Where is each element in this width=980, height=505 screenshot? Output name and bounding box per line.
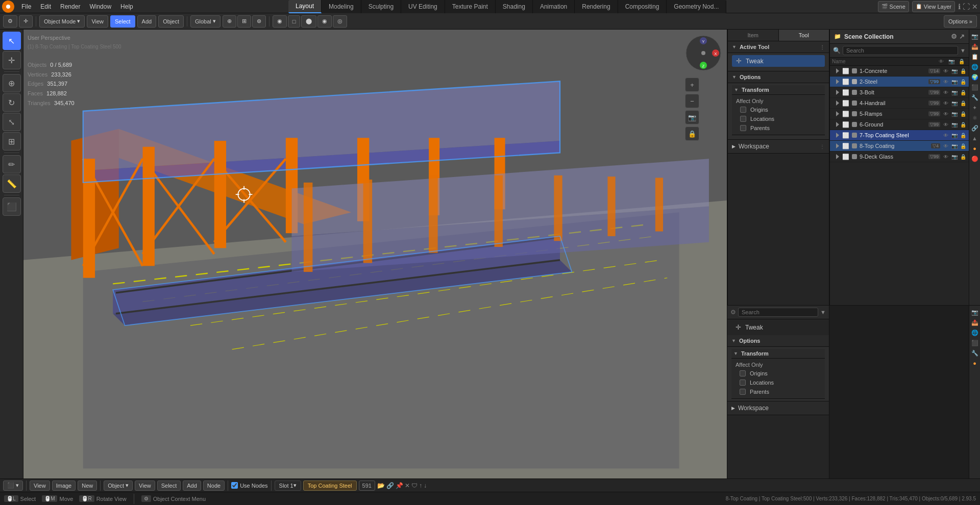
tab-shading[interactable]: Shading <box>496 0 533 13</box>
lower-mod-icon[interactable]: 🔧 <box>970 348 979 358</box>
origins-checkbox[interactable] <box>740 107 746 113</box>
view-btn[interactable]: View <box>87 15 108 28</box>
se-view-btn[interactable]: View <box>30 481 50 491</box>
item-3-vis[interactable]: 👁 <box>942 89 949 96</box>
item-6-vis[interactable]: 👁 <box>942 121 949 128</box>
se-select-btn[interactable]: Select <box>157 481 181 491</box>
lower-parents-checkbox[interactable] <box>740 389 746 395</box>
lower-tweak-row[interactable]: ✛ Tweak <box>731 321 825 333</box>
item-7-render[interactable]: 📷 <box>951 132 958 139</box>
global-transform[interactable]: Global ▾ <box>190 15 220 28</box>
pin-icon[interactable]: 📌 <box>396 482 403 489</box>
data-properties-icon[interactable]: ▲ <box>970 134 979 143</box>
menu-help[interactable]: Help <box>116 2 137 11</box>
view-layer-properties-icon[interactable]: 📋 <box>970 52 979 61</box>
scene-item-5-ramps[interactable]: ⬜ 5-Ramps ▽99 👁 📷 🔒 <box>830 109 969 119</box>
xray-btn[interactable]: □ <box>288 15 301 28</box>
tab-modeling[interactable]: Modeling <box>322 0 361 13</box>
locations-checkbox[interactable] <box>740 116 746 122</box>
maximize-icon[interactable]: ⛶ <box>963 3 970 11</box>
pivot-icon[interactable]: ⊕ <box>223 15 236 28</box>
slot-selector[interactable]: Slot 1 ▾ <box>275 481 301 491</box>
tab-compositing[interactable]: Compositing <box>618 0 667 13</box>
parents-checkbox[interactable] <box>740 125 746 131</box>
constraints-properties-icon[interactable]: 🔗 <box>970 123 979 133</box>
view-camera-btn[interactable]: 📷 <box>685 110 699 124</box>
item-8-lock[interactable]: 🔒 <box>960 142 967 149</box>
snap-icon[interactable]: ⊞ <box>237 15 251 28</box>
cursor-tool-btn[interactable]: ✛ <box>3 51 21 69</box>
viewport-3d[interactable]: User Perspective (1) 8-Top Coating | Top… <box>23 30 727 478</box>
shield-icon[interactable]: 🛡 <box>411 482 418 489</box>
viewport-overlay-btn[interactable]: ◉ <box>273 15 287 28</box>
se-add-btn[interactable]: Add <box>183 481 201 491</box>
lower-transform-header[interactable]: ▼ Transform <box>731 349 825 359</box>
item-8-vis[interactable]: 👁 <box>942 142 949 149</box>
transform-tool-btn[interactable]: ⊞ <box>3 132 21 150</box>
object-btn[interactable]: Object <box>158 15 184 28</box>
physics-properties-icon[interactable]: ⚛ <box>970 113 979 122</box>
scale-tool-btn[interactable]: ⤡ <box>3 113 21 131</box>
menu-window[interactable]: Window <box>85 2 115 11</box>
world-properties-icon[interactable]: 🌍 <box>970 72 979 82</box>
se-object-btn[interactable]: Object ▾ <box>104 481 133 491</box>
rotate-tool-btn[interactable]: ↻ <box>3 93 21 112</box>
item-4-vis[interactable]: 👁 <box>942 99 949 107</box>
particles-properties-icon[interactable]: ✦ <box>970 103 979 112</box>
link-icon[interactable]: 🔗 <box>386 482 394 489</box>
lower-filter-icon[interactable]: ▼ <box>820 309 826 315</box>
tool-tab[interactable]: Tool <box>779 30 829 41</box>
item-5-vis[interactable]: 👁 <box>942 110 949 117</box>
tab-texture-paint[interactable]: Texture Paint <box>445 0 496 13</box>
download-icon[interactable]: ↓ <box>424 482 427 489</box>
lower-output-icon[interactable]: 📤 <box>970 318 979 327</box>
tab-uv-editing[interactable]: UV Editing <box>401 0 445 13</box>
lower-locations-checkbox[interactable] <box>740 380 746 386</box>
filter-icon[interactable]: ▼ <box>960 47 966 54</box>
scene-filter-icon[interactable]: ⚙ <box>951 33 957 40</box>
menu-file[interactable]: File <box>17 2 35 11</box>
tab-animation[interactable]: Animation <box>533 0 575 13</box>
render-mode-solid[interactable]: ⬤ <box>301 15 316 28</box>
nav-gizmo[interactable]: X Y Z <box>685 35 722 71</box>
options-header[interactable]: ▼ Options <box>728 71 829 83</box>
toolbar-expand-btn[interactable]: ⚙ <box>3 15 17 28</box>
scene-item-9-deck-glass[interactable]: ⬜ 9-Deck Glass ▽99 👁 📷 🔒 <box>830 152 969 162</box>
scene-properties-icon[interactable]: 🌐 <box>970 62 979 71</box>
item-3-lock[interactable]: 🔒 <box>960 89 967 96</box>
scene-item-8-top-coating[interactable]: ⬜ 8-Top Coating ▽4 👁 📷 🔒 <box>830 141 969 152</box>
item-2-render[interactable]: 📷 <box>951 78 958 85</box>
options-btn[interactable]: Options » <box>944 15 977 28</box>
item-4-lock[interactable]: 🔒 <box>960 99 967 107</box>
se-image-btn[interactable]: Image <box>52 481 76 491</box>
object-properties-icon[interactable]: ⬛ <box>970 83 979 92</box>
browse-icon[interactable]: 📂 <box>377 482 385 489</box>
lower-search-input[interactable] <box>738 308 818 317</box>
item-9-vis[interactable]: 👁 <box>942 153 949 160</box>
workspace-section[interactable]: ▶ Workspace ⋮ <box>728 140 829 154</box>
use-nodes-checkbox[interactable] <box>231 482 238 489</box>
close-mat-icon[interactable]: ✕ <box>405 482 410 489</box>
annotate-tool-btn[interactable]: ✏ <box>3 155 21 173</box>
magnet-icon[interactable]: ⊛ <box>252 15 266 28</box>
transform-header[interactable]: ▼ Transform <box>732 85 825 95</box>
item-7-vis[interactable]: 👁 <box>942 132 949 139</box>
item-4-render[interactable]: 📷 <box>951 99 958 107</box>
render-properties-icon[interactable]: 📷 <box>970 32 979 41</box>
scene-item-4-handrail[interactable]: ⬜ 4-Handrail ▽99 👁 📷 🔒 <box>830 98 969 109</box>
material-properties-icon[interactable]: ● <box>970 144 979 153</box>
info-icon[interactable]: ℹ <box>958 3 961 11</box>
item-1-render[interactable]: 📷 <box>951 67 958 74</box>
tab-geometry-nodes[interactable]: Geometry Nod... <box>667 0 726 13</box>
lower-mat-icon[interactable]: ● <box>970 359 979 368</box>
item-5-render[interactable]: 📷 <box>951 110 958 117</box>
zoom-out-btn[interactable]: − <box>685 94 699 108</box>
tweak-tool-row[interactable]: ✛ Tweak <box>732 55 825 67</box>
scene-item-7-top-coating-steel[interactable]: ⬜ 7-Top Coating Steel 👁 📷 🔒 <box>830 130 969 141</box>
zoom-in-btn[interactable]: + <box>685 78 699 92</box>
item-2-vis[interactable]: 👁 <box>942 78 949 85</box>
lower-scene-icon[interactable]: 🌐 <box>970 328 979 337</box>
output-properties-icon[interactable]: 📤 <box>970 42 979 51</box>
menu-render[interactable]: Render <box>56 2 84 11</box>
tab-sculpting[interactable]: Sculpting <box>361 0 401 13</box>
